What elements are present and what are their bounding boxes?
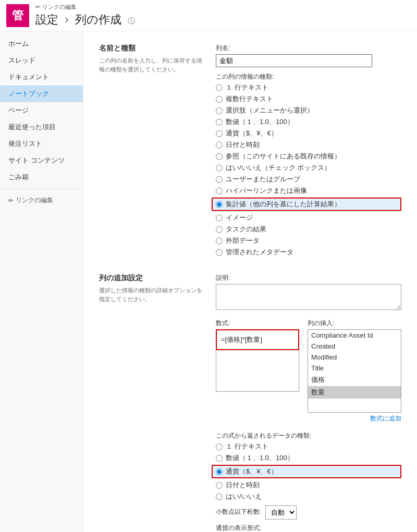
main-layout: ホーム スレッド ドキュメント ノートブック ページ 最近使った項目 発注リスト… [0, 31, 417, 532]
formula-input-highlighted[interactable]: =[価格]*[数量] [216, 329, 299, 350]
col-item-quantity[interactable]: 数量 [308, 386, 401, 399]
currency-format-label: 通貨の表示形式: [216, 524, 401, 532]
column-insert-box[interactable]: Compliance Asset Id Created Modified Tit… [308, 329, 401, 413]
column-insert-section: 列の挿入: Compliance Asset Id Created Modifi… [308, 319, 401, 423]
sidebar-divider [0, 189, 83, 189]
section-left-name: 名前と種類 この列の名前を入力し、列に保存する情報の種類を選択してください。 [99, 44, 203, 259]
additional-section: 列の追加設定 選択した情報の種類の詳細オプションを指定してください。 説明: 数… [99, 274, 401, 532]
breadcrumb-separator: › [65, 13, 68, 26]
sidebar-item-orders[interactable]: 発注リスト [0, 135, 83, 152]
sidebar: ホーム スレッド ドキュメント ノートブック ページ 最近使った項目 発注リスト… [0, 31, 83, 532]
column-insert-label: 列の挿入: [308, 319, 401, 328]
radio-1line[interactable]: １ 行テキスト [216, 83, 401, 92]
description-group: 説明: [216, 274, 401, 312]
return-radio-currency[interactable]: 通貨（$、¥、€） [212, 465, 401, 478]
column-name-input[interactable] [216, 54, 372, 67]
section-title-name: 名前と種類 [99, 44, 203, 53]
description-label: 説明: [216, 274, 401, 282]
col-item-modified[interactable]: Modified [308, 352, 401, 363]
return-radio-1line[interactable]: １ 行テキスト [216, 442, 401, 451]
app-icon: 管 [6, 4, 29, 27]
col-item-compliance[interactable]: Compliance Asset Id [308, 330, 401, 341]
formula-section: 数式: =[価格]*[数量] [216, 319, 299, 392]
name-type-section: 名前と種類 この列の名前を入力し、列に保存する情報の種類を選択してください。 列… [99, 44, 401, 259]
decimal-label: 小数点以下桁数: [216, 508, 261, 516]
sidebar-edit-link[interactable]: ✏ リンクの編集 [0, 192, 83, 208]
section-right-additional: 説明: 数式: =[価格]*[数量] 列の挿入: [216, 274, 401, 532]
section-title-additional: 列の追加設定 [99, 274, 203, 283]
info-type-group: この列の情報の種類: １ 行テキスト 複数行テキスト 選択肢（メニューから選択）… [216, 72, 401, 257]
section-right-name: 列名: この列の情報の種類: １ 行テキスト 複数行テキスト 選択肢（メニューか… [216, 44, 401, 259]
formula-extra-area[interactable] [216, 350, 299, 392]
col-item-title[interactable]: Title [308, 363, 401, 374]
return-type-section: この式から返されるデータの種類: １ 行テキスト 数値（１、1.0、100） 通… [216, 431, 401, 501]
col-item-price[interactable]: 価格 [308, 374, 401, 386]
radio-choice[interactable]: 選択肢（メニューから選択） [216, 106, 401, 115]
sidebar-item-site-contents[interactable]: サイト コンテンツ [0, 152, 83, 169]
sidebar-item-thread[interactable]: スレッド [0, 52, 83, 69]
radio-multiline[interactable]: 複数行テキスト [216, 94, 401, 104]
title-area: ✏ リンクの編集 設定 › 列の作成 ⓘ [35, 3, 135, 28]
return-radio-datetime[interactable]: 日付と時刻 [216, 480, 401, 490]
info-icon: ⓘ [128, 17, 135, 25]
sidebar-item-page[interactable]: ページ [0, 102, 83, 119]
column-name-label: 列名: [216, 44, 401, 53]
return-radio-number[interactable]: 数値（１、1.0、100） [216, 453, 401, 463]
sidebar-item-trash[interactable]: ごみ箱 [0, 169, 83, 185]
radio-yesno[interactable]: はい/いいえ（チェック ボックス） [216, 163, 401, 172]
radio-datetime[interactable]: 日付と時刻 [216, 140, 401, 150]
edit-link-text: リンクの編集 [42, 3, 77, 11]
breadcrumb-root: 設定 [35, 13, 58, 26]
radio-user[interactable]: ユーザーまたはグループ [216, 175, 401, 184]
return-radio-yesno[interactable]: はい/いいえ [216, 492, 401, 501]
radio-calculated[interactable]: 集計値（他の列を基にした計算結果） [212, 197, 401, 211]
edit-link[interactable]: ✏ リンクの編集 [35, 3, 135, 11]
section-desc-additional: 選択した情報の種類の詳細オプションを指定してください。 [99, 286, 203, 303]
page-title-text: 列の作成 [75, 13, 121, 26]
col-item-created[interactable]: Created [308, 341, 401, 352]
sidebar-item-notebook[interactable]: ノートブック [0, 85, 83, 102]
radio-image[interactable]: イメージ [216, 213, 401, 222]
top-bar: 管 ✏ リンクの編集 設定 › 列の作成 ⓘ [0, 0, 417, 31]
sidebar-item-documents[interactable]: ドキュメント [0, 69, 83, 85]
page-title: 設定 › 列の作成 ⓘ [35, 12, 135, 28]
formula-text: =[価格]*[数量] [221, 335, 262, 344]
decimal-select[interactable]: 自動 0 1 2 [265, 505, 297, 519]
currency-format-row: 通貨の表示形式: ¥123,456.00 (日本) $ 123,456.00 (… [216, 524, 401, 532]
return-type-label: この式から返されるデータの種類: [216, 431, 401, 440]
section-desc-name: この列の名前を入力し、列に保存する情報の種類を選択してください。 [99, 56, 203, 73]
radio-hyperlink[interactable]: ハイパーリンクまたは画像 [216, 186, 401, 195]
radio-number[interactable]: 数値（１、1.0、100） [216, 117, 401, 127]
sidebar-item-recent[interactable]: 最近使った項目 [0, 119, 83, 135]
radio-managed-metadata[interactable]: 管理されたメタデータ [216, 248, 401, 257]
radio-external[interactable]: 外部データ [216, 236, 401, 245]
content-area: 名前と種類 この列の名前を入力し、列に保存する情報の種類を選択してください。 列… [83, 31, 417, 532]
section-left-additional: 列の追加設定 選択した情報の種類の詳細オプションを指定してください。 [99, 274, 203, 532]
sidebar-edit-label: リンクの編集 [16, 196, 53, 205]
description-textarea[interactable] [216, 284, 401, 310]
sidebar-item-home[interactable]: ホーム [0, 35, 83, 52]
radio-ref[interactable]: 参照（このサイトにある既存の情報） [216, 152, 401, 161]
sidebar-pencil-icon: ✏ [8, 197, 14, 204]
formula-add-button[interactable]: 数式に追加 [308, 414, 401, 423]
decimal-row: 小数点以下桁数: 自動 0 1 2 [216, 505, 401, 519]
formula-label: 数式: [216, 319, 299, 328]
radio-currency[interactable]: 通貨（$、¥、€） [216, 129, 401, 138]
radio-task[interactable]: タスクの結果 [216, 225, 401, 234]
info-type-label: この列の情報の種類: [216, 72, 401, 81]
pencil-icon: ✏ [35, 4, 40, 10]
formula-area: 数式: =[価格]*[数量] 列の挿入: Compliance Asset Id… [216, 319, 401, 423]
